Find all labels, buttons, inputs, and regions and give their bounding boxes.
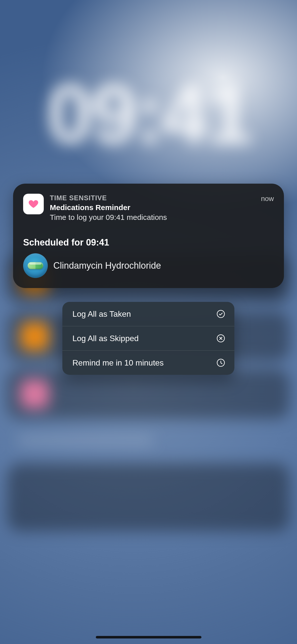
svg-point-0	[217, 310, 224, 317]
notification-tag: TIME SENSITIVE	[50, 194, 255, 203]
action-log-all-skipped[interactable]: Log All as Skipped	[62, 326, 234, 350]
medication-pill-icon	[23, 253, 48, 278]
notification-actions-menu: Log All as Taken Log All as Skipped	[62, 302, 234, 375]
checkmark-circle-icon	[216, 309, 226, 319]
action-label: Log All as Taken	[72, 309, 131, 319]
health-app-icon	[23, 194, 44, 214]
heart-icon	[28, 198, 39, 210]
notification-title: Medications Reminder	[50, 203, 255, 212]
action-remind-later[interactable]: Remind me in 10 minutes	[62, 351, 234, 375]
clock-icon	[216, 358, 226, 368]
action-label: Remind me in 10 minutes	[72, 358, 164, 368]
lock-screen: 09:41	[0, 0, 297, 644]
action-log-all-taken[interactable]: Log All as Taken	[62, 302, 234, 326]
notification-body: Time to log your 09:41 medications	[50, 212, 255, 223]
scheduled-label: Scheduled for 09:41	[23, 237, 274, 249]
notification-header: TIME SENSITIVE Medications Reminder Time…	[23, 194, 274, 223]
notification-timestamp: now	[261, 194, 274, 203]
medication-row: Clindamycin Hydrochloride	[23, 253, 274, 278]
medications-notification-card[interactable]: TIME SENSITIVE Medications Reminder Time…	[13, 184, 284, 288]
xmark-circle-icon	[216, 333, 226, 343]
scheduled-section: Scheduled for 09:41 Clindamycin Hydrochl…	[23, 237, 274, 278]
home-indicator[interactable]	[96, 636, 201, 638]
medication-name: Clindamycin Hydrochloride	[53, 260, 161, 271]
capsule-icon	[28, 262, 43, 269]
action-label: Log All as Skipped	[72, 334, 139, 343]
